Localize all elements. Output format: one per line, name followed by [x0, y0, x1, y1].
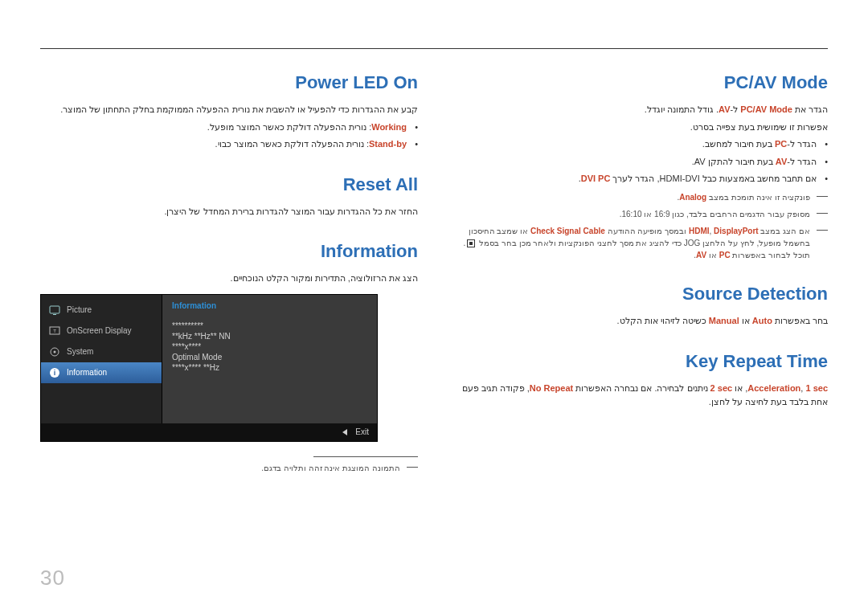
kw-pc2: PC — [719, 251, 731, 260]
list-item: הגדר ל-AV בעת חיבור להתקן AV. — [450, 155, 828, 170]
osd-item-label: Information — [67, 368, 107, 377]
osd-footer: Exit — [41, 423, 377, 441]
osd-line: ****x**** — [172, 342, 367, 351]
heading-power-led: Power LED On — [40, 72, 418, 93]
information-text: הצג את הרזולוציה, התדירות ומקור הקלט הנו… — [40, 272, 418, 286]
kw-acceleration: Acceleration — [747, 383, 800, 393]
heading-reset-all: Reset All — [40, 174, 418, 195]
svg-text:T: T — [53, 329, 56, 333]
pcav-note-3: אם הצג במצב HDMI, DisplayPort ובמסך מופי… — [450, 225, 828, 261]
kw-working: Working — [371, 122, 407, 132]
pcav-line2: אפשרות זו שימושית בעת צפייה בסרט. — [450, 121, 828, 135]
osd-item-onscreen: T OnScreen Display — [41, 321, 162, 341]
osd-item-label: OnScreen Display — [67, 326, 132, 335]
kw-dp: DisplayPort — [714, 227, 759, 235]
pcav-note-1: פונקציה זו אינה תומכת במצב Analog. — [450, 191, 828, 203]
kw-norepeat: No Repeat — [530, 383, 573, 393]
osd-line: ********** — [172, 321, 367, 330]
kw-av: AV — [719, 104, 730, 114]
kw-av2: AV — [776, 157, 787, 166]
section-source: Source Detection בחר באפשרות Auto או Man… — [450, 284, 828, 329]
heading-information: Information — [40, 241, 418, 262]
information-footnote: התמונה המוצגת אינה זהה ותלויה בדגם. — [40, 462, 418, 474]
key-repeat-text: Acceleration, 1 sec, או 2 sec ניתנים לבח… — [450, 382, 828, 410]
kw-pcav-mode: PC/AV Mode — [740, 104, 792, 114]
page-number: 30 — [40, 566, 65, 591]
list-item: אם תחבר מחשב באמצעות כבל HDMI-DVI, הגדר … — [450, 172, 828, 186]
picture-icon — [49, 304, 60, 316]
section-information: Information הצג את הרזולוציה, התדירות ומ… — [40, 241, 418, 474]
list-item: Stand-by: נורית ההפעלה דולקת כאשר המוצר … — [40, 137, 418, 152]
onscreen-icon: T — [49, 325, 60, 337]
heading-key-repeat: Key Repeat Time — [450, 351, 828, 372]
reset-all-text: החזר את כל ההגדרות עבור המוצר להגדרות בר… — [40, 205, 418, 219]
osd-item-system: System — [41, 341, 162, 362]
section-key-repeat: Key Repeat Time Acceleration, 1 sec, או … — [450, 351, 828, 410]
kw-dvipc: DVI PC — [581, 174, 611, 183]
kw-standby: Stand-by — [369, 139, 407, 149]
kw-2sec: 2 sec — [710, 383, 733, 393]
menu-glyph-icon — [467, 239, 475, 247]
source-text: בחר באפשרות Auto או Manual כשיטה לזיהוי … — [450, 314, 828, 329]
power-led-intro: קבע את ההגדרות כדי להפעיל או להשבית את נ… — [40, 103, 418, 117]
top-rule — [40, 48, 828, 49]
osd-item-label: Picture — [67, 305, 92, 314]
kw-auto: Auto — [752, 316, 772, 325]
list-item: הגדר ל-PC בעת חיבור למחשב. — [450, 137, 828, 152]
osd-main-panel: Information ********** **kHz **Hz** NN *… — [162, 295, 377, 423]
list-item: Working: נורית ההפעלה דולקת כאשר המוצר מ… — [40, 121, 418, 135]
kw-check-signal: Check Signal Cable — [530, 227, 605, 235]
pcav-line1: הגדר את PC/AV Mode ל-AV. גודל התמונה יוג… — [450, 103, 828, 117]
info-icon: i — [49, 367, 60, 378]
arrow-left-icon — [342, 429, 347, 435]
heading-pcav: PC/AV Mode — [450, 72, 828, 93]
kw-manual: Manual — [709, 316, 739, 325]
power-led-list: Working: נורית ההפעלה דולקת כאשר המוצר מ… — [40, 121, 418, 152]
osd-item-picture: Picture — [41, 300, 162, 321]
osd-exit-label: Exit — [355, 427, 369, 436]
system-icon — [49, 346, 60, 358]
section-pcav: PC/AV Mode הגדר את PC/AV Mode ל-AV. גודל… — [450, 72, 828, 261]
osd-sidebar: Picture T OnScreen Display System — [41, 295, 162, 423]
svg-point-5 — [54, 350, 56, 353]
osd-item-information: i Information — [41, 362, 162, 383]
section-power-led: Power LED On קבע את ההגדרות כדי להפעיל א… — [40, 72, 418, 152]
kw-1sec: 1 sec — [805, 383, 828, 393]
svg-rect-1 — [53, 314, 56, 315]
osd-item-label: System — [67, 347, 93, 356]
svg-text:i: i — [54, 369, 56, 377]
heading-source: Source Detection — [450, 284, 828, 304]
osd-line: ****x**** **Hz — [172, 363, 367, 372]
kw-analog: Analog — [679, 193, 706, 202]
kw-pc: PC — [775, 139, 787, 149]
osd-line: **kHz **Hz** NN — [172, 332, 367, 341]
osd-line: Optimal Mode — [172, 353, 367, 362]
osd-panel-title: Information — [172, 301, 367, 310]
footnote-rule — [313, 456, 418, 457]
pcav-list: הגדר ל-PC בעת חיבור למחשב. הגדר ל-AV בעת… — [450, 137, 828, 186]
pcav-note-2: מסופק עבור הדגמים הרחבים בלבד, כגון 16:9… — [450, 208, 828, 220]
section-reset-all: Reset All החזר את כל ההגדרות עבור המוצר … — [40, 174, 418, 219]
svg-rect-0 — [50, 306, 59, 313]
kw-av3: AV — [696, 251, 706, 260]
osd-screenshot: Picture T OnScreen Display System — [40, 294, 378, 442]
kw-hdmi: HDMI — [689, 227, 710, 235]
